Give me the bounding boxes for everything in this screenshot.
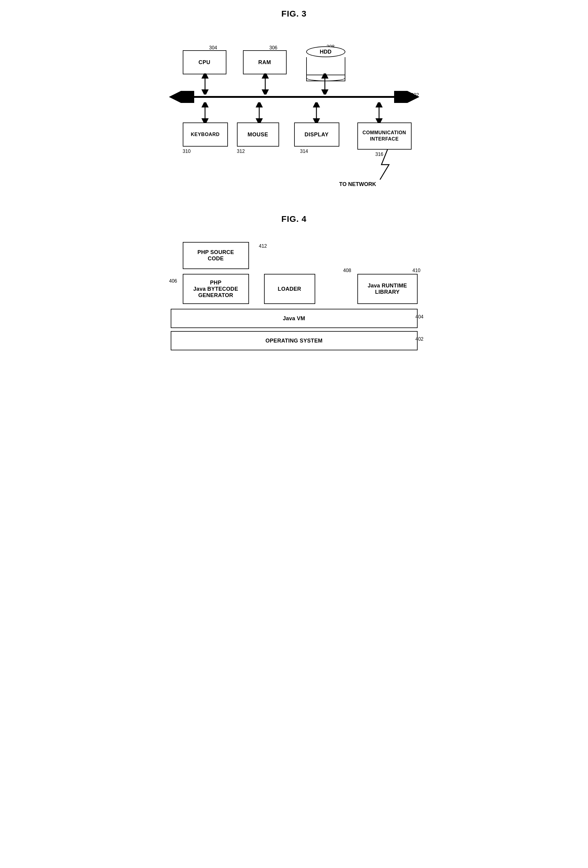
network-label: TO NETWORK bbox=[339, 181, 376, 187]
fig4-title: FIG. 4 bbox=[159, 214, 429, 224]
ref-408: 408 bbox=[343, 268, 352, 273]
ref-406: 406 bbox=[169, 278, 177, 284]
comm-arrow bbox=[375, 102, 383, 123]
page: FIG. 3 304 CPU 306 RAM 308 HDD bbox=[147, 0, 441, 384]
bus-svg bbox=[165, 91, 424, 103]
mouse-arrow bbox=[256, 102, 263, 123]
ref-312: 312 bbox=[237, 149, 245, 154]
comm-box: COMMUNICATIONINTERFACE bbox=[358, 123, 412, 149]
keyboard-box: KEYBOARD bbox=[183, 123, 228, 146]
fig4-diagram: PHP SOURCECODE 412 406 PHPJava BYTECODEG… bbox=[165, 233, 424, 362]
ram-box: RAM bbox=[243, 50, 287, 74]
keyboard-arrow bbox=[201, 102, 209, 123]
jvm-box: Java VM bbox=[171, 309, 418, 328]
display-arrow bbox=[313, 102, 320, 123]
ref-302: 302 bbox=[411, 92, 419, 98]
hdd-label: HDD bbox=[320, 49, 331, 55]
display-box: DISPLAY bbox=[294, 123, 339, 146]
ref-304: 304 bbox=[209, 45, 217, 50]
ref-412: 412 bbox=[259, 244, 267, 249]
ref-404: 404 bbox=[415, 314, 424, 320]
fig3-diagram: 304 CPU 306 RAM 308 HDD bbox=[165, 28, 424, 196]
runtime-box: Java RUNTIMELIBRARY bbox=[358, 274, 418, 304]
ref-314: 314 bbox=[300, 149, 308, 154]
php-source-box: PHP SOURCECODE bbox=[183, 242, 249, 269]
loader-box: LOADER bbox=[264, 274, 315, 304]
ref-306: 306 bbox=[269, 45, 278, 50]
cylinder-top: HDD bbox=[306, 46, 345, 57]
cpu-box: CPU bbox=[183, 50, 226, 74]
ref-310: 310 bbox=[183, 149, 191, 154]
lightning-svg bbox=[375, 149, 399, 180]
ref-402: 402 bbox=[415, 337, 424, 342]
fig3-title: FIG. 3 bbox=[159, 9, 429, 19]
bytecode-box: PHPJava BYTECODEGENERATOR bbox=[183, 274, 249, 304]
ref-410: 410 bbox=[412, 268, 421, 273]
mouse-box: MOUSE bbox=[237, 123, 279, 146]
os-box: OPERATING SYSTEM bbox=[171, 331, 418, 350]
comm-label: COMMUNICATIONINTERFACE bbox=[362, 130, 406, 142]
